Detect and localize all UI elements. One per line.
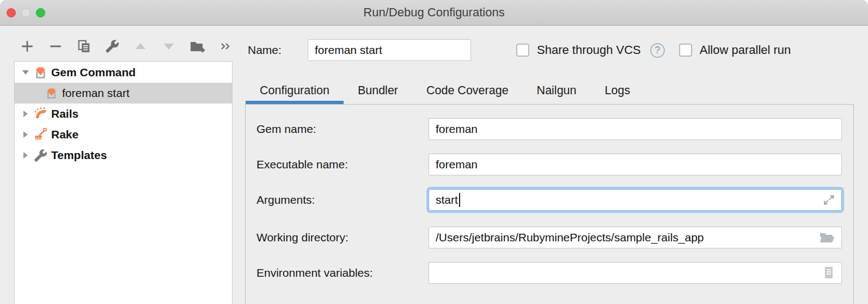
arguments-input[interactable]: start bbox=[429, 189, 842, 211]
environment-variables-input[interactable] bbox=[429, 262, 842, 284]
gem-name-input[interactable] bbox=[429, 118, 842, 140]
executable-name-label: Executable name: bbox=[256, 158, 429, 171]
move-down-button[interactable] bbox=[161, 39, 176, 54]
settings-tabs: Configuration Bundler Code Coverage Nail… bbox=[246, 80, 644, 101]
share-through-vcs-label: Share through VCS bbox=[537, 43, 641, 57]
gem-name-label: Gem name: bbox=[256, 123, 429, 136]
arguments-value: start bbox=[436, 193, 458, 206]
tree-item-label: foreman start bbox=[62, 87, 130, 100]
zoom-button[interactable] bbox=[36, 8, 45, 17]
executable-name-input[interactable] bbox=[429, 154, 842, 175]
move-up-button[interactable] bbox=[133, 39, 148, 54]
tree-item-foreman-start[interactable]: foreman start bbox=[15, 83, 232, 104]
browse-list-icon[interactable] bbox=[823, 266, 834, 280]
dialog-content: Gem Command foreman start bbox=[0, 26, 868, 304]
expand-icon[interactable] bbox=[822, 193, 835, 206]
rails-icon bbox=[33, 107, 48, 121]
edit-templates-button[interactable] bbox=[105, 39, 120, 54]
copy-configuration-button[interactable] bbox=[76, 39, 91, 54]
tree-item-rails[interactable]: Rails bbox=[15, 104, 232, 124]
configurations-tree: Gem Command foreman start bbox=[14, 61, 233, 304]
allow-parallel-run-label: Allow parallel run bbox=[700, 43, 791, 57]
tab-bundler[interactable]: Bundler bbox=[344, 80, 412, 101]
share-through-vcs-checkbox[interactable] bbox=[516, 44, 529, 57]
tree-item-label: Gem Command bbox=[51, 66, 136, 79]
minus-icon bbox=[48, 39, 63, 53]
text-caret bbox=[459, 193, 460, 207]
executable-name-row: Executable name: bbox=[256, 154, 842, 175]
tab-nailgun[interactable]: Nailgun bbox=[523, 80, 591, 101]
wrench-icon bbox=[33, 149, 48, 162]
tab-logs[interactable]: Logs bbox=[591, 80, 645, 101]
more-actions-button[interactable] bbox=[218, 39, 233, 54]
tree-item-label: Templates bbox=[51, 149, 107, 162]
allow-parallel-run-checkbox[interactable] bbox=[679, 44, 692, 57]
tab-code-coverage[interactable]: Code Coverage bbox=[412, 80, 523, 101]
close-button[interactable] bbox=[7, 8, 16, 17]
tree-item-label: Rails bbox=[51, 107, 78, 120]
environment-variables-label: Environment variables: bbox=[256, 266, 429, 279]
tree-item-label: Rake bbox=[51, 128, 78, 141]
tree-item-rake[interactable]: Rake bbox=[15, 124, 232, 145]
name-label: Name: bbox=[248, 44, 308, 57]
environment-variables-row: Environment variables: bbox=[256, 262, 842, 284]
arrow-up-icon bbox=[134, 40, 147, 53]
tab-configuration[interactable]: Configuration bbox=[246, 80, 344, 101]
arrow-down-icon bbox=[162, 40, 175, 53]
titlebar: Run/Debug Configurations bbox=[0, 0, 868, 26]
configuration-tab-panel: Gem name: Executable name: Arguments: st… bbox=[245, 104, 854, 304]
name-input[interactable] bbox=[308, 39, 471, 61]
add-configuration-button[interactable] bbox=[20, 39, 35, 54]
chevron-down-icon[interactable] bbox=[20, 68, 31, 77]
working-directory-label: Working directory: bbox=[256, 231, 429, 244]
working-directory-input[interactable] bbox=[429, 227, 842, 248]
remove-configuration-button[interactable] bbox=[48, 39, 63, 54]
tree-item-templates[interactable]: Templates bbox=[15, 145, 232, 166]
gem-name-row: Gem name: bbox=[256, 118, 842, 140]
minimize-button[interactable] bbox=[21, 8, 30, 17]
chevron-right-icon[interactable] bbox=[20, 151, 31, 160]
gem-icon bbox=[44, 87, 59, 100]
gem-icon bbox=[33, 66, 48, 80]
configurations-toolbar bbox=[20, 38, 233, 54]
wrench-icon bbox=[105, 39, 119, 53]
rake-icon bbox=[33, 127, 48, 142]
help-icon[interactable]: ? bbox=[650, 43, 665, 58]
plus-icon bbox=[20, 39, 34, 53]
folder-plus-icon bbox=[190, 39, 205, 53]
window-title: Run/Debug Configurations bbox=[0, 0, 868, 25]
run-debug-configurations-dialog: Run/Debug Configurations bbox=[0, 0, 868, 304]
working-directory-row: Working directory: bbox=[256, 227, 842, 248]
name-row: Name: bbox=[248, 39, 471, 61]
arguments-label: Arguments: bbox=[256, 193, 429, 206]
double-chevron-icon bbox=[219, 40, 231, 52]
open-folder-icon[interactable] bbox=[819, 231, 835, 244]
chevron-right-icon[interactable] bbox=[20, 130, 31, 139]
new-folder-button[interactable] bbox=[190, 39, 205, 54]
tree-item-gem-command[interactable]: Gem Command bbox=[15, 62, 232, 83]
run-options: Share through VCS ? Allow parallel run bbox=[516, 39, 791, 61]
chevron-right-icon[interactable] bbox=[20, 110, 31, 118]
arguments-row: Arguments: start bbox=[256, 189, 842, 211]
copy-icon bbox=[77, 39, 91, 53]
